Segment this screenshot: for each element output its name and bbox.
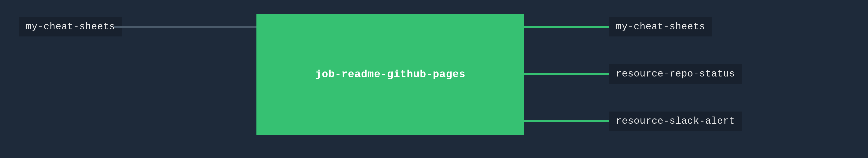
job-node[interactable]: job-readme-github-pages bbox=[256, 14, 524, 135]
input-resource-node[interactable]: my-cheat-sheets bbox=[19, 17, 122, 36]
output-resource-node-2[interactable]: resource-slack-alert bbox=[609, 112, 742, 131]
output-resource-label-1: resource-repo-status bbox=[616, 69, 735, 80]
connector-job-to-output-1 bbox=[524, 73, 610, 75]
output-resource-node-1[interactable]: resource-repo-status bbox=[609, 64, 742, 84]
output-resource-node-0[interactable]: my-cheat-sheets bbox=[609, 17, 712, 36]
output-resource-label-2: resource-slack-alert bbox=[616, 116, 735, 127]
connector-input-to-job bbox=[115, 26, 257, 28]
output-resource-label-0: my-cheat-sheets bbox=[616, 22, 705, 32]
connector-job-to-output-2 bbox=[524, 120, 610, 122]
input-resource-label: my-cheat-sheets bbox=[26, 22, 115, 32]
job-label: job-readme-github-pages bbox=[315, 68, 465, 80]
connector-job-to-output-0 bbox=[524, 26, 610, 28]
